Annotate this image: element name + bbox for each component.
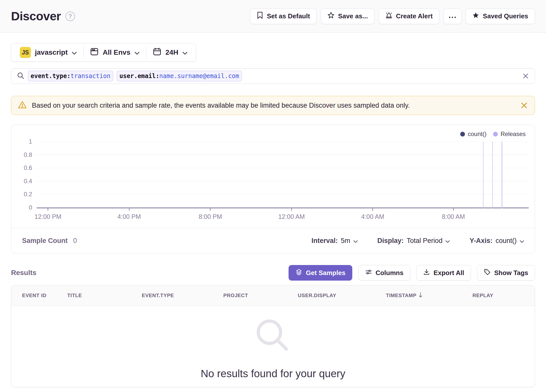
column-header-title[interactable]: TITLE xyxy=(67,293,142,298)
interval-dropdown[interactable]: Interval: 5m xyxy=(311,237,358,245)
column-header-event-type[interactable]: EVENT.TYPE xyxy=(142,293,223,298)
results-header-row: Results Get Samples Columns Export All S… xyxy=(11,265,535,281)
chart-legend: count() Releases xyxy=(460,130,526,138)
tag-icon xyxy=(484,269,491,277)
x-axis-tick xyxy=(48,208,48,211)
calendar-icon xyxy=(153,47,161,58)
yaxis-dropdown[interactable]: Y-Axis: count() xyxy=(469,237,524,245)
x-axis-tick-label: 4:00 AM xyxy=(361,213,384,220)
star-outline-icon xyxy=(327,12,334,21)
search-input[interactable]: event.type:transaction user.email:name.s… xyxy=(11,68,535,84)
release-marker-line xyxy=(502,142,502,208)
siren-icon xyxy=(385,12,392,21)
save-as-button[interactable]: Save as... xyxy=(321,9,375,24)
columns-button[interactable]: Columns xyxy=(358,265,410,281)
chart-gridline xyxy=(37,194,529,195)
environment-filter-dropdown[interactable]: All Envs xyxy=(84,47,146,58)
y-axis-tick-label: 0.2 xyxy=(24,191,32,197)
chart-plot: 00.20.40.60.8112:00 PM4:00 PM8:00 PM12:0… xyxy=(37,142,529,208)
x-axis-tick-label: 12:00 AM xyxy=(278,213,305,220)
results-table: EVENT ID TITLE EVENT.TYPE PROJECT USER.D… xyxy=(11,285,535,387)
x-axis-tick-label: 8:00 PM xyxy=(199,213,222,220)
y-axis-tick-label: 1 xyxy=(29,139,32,145)
sample-count-label: Sample Count xyxy=(22,237,68,245)
chevron-down-icon xyxy=(353,237,358,245)
column-header-project[interactable]: PROJECT xyxy=(223,293,298,298)
window-icon xyxy=(90,47,99,58)
legend-item-count[interactable]: count() xyxy=(460,130,487,138)
search-token-user-email[interactable]: user.email:name.surname@email.com xyxy=(117,71,242,81)
page-filter-bar: JS javascript All Envs 24H xyxy=(11,43,196,62)
chart-gridline xyxy=(37,141,529,142)
y-axis-tick-label: 0 xyxy=(29,205,32,211)
x-axis-tick-label: 4:00 PM xyxy=(117,213,141,220)
empty-results-message: No results found for your query xyxy=(201,368,346,380)
sliders-icon xyxy=(365,269,372,277)
js-platform-badge: JS xyxy=(20,47,31,58)
empty-results-state: No results found for your query xyxy=(11,306,535,387)
stack-icon xyxy=(295,269,302,277)
chevron-down-icon xyxy=(445,237,450,245)
y-axis-tick-label: 0.4 xyxy=(24,178,32,184)
x-axis-tick xyxy=(372,208,373,211)
column-header-replay[interactable]: REPLAY xyxy=(472,293,535,298)
star-filled-icon xyxy=(472,12,479,21)
legend-count-dot xyxy=(460,132,465,137)
ellipsis-icon xyxy=(449,12,456,20)
column-header-event-id[interactable]: EVENT ID xyxy=(22,293,67,298)
results-table-header: EVENT ID TITLE EVENT.TYPE PROJECT USER.D… xyxy=(11,285,535,306)
x-axis-tick xyxy=(291,208,292,211)
events-chart-panel: count() Releases 00.20.40.60.8112:00 PM4… xyxy=(11,125,535,253)
search-icon xyxy=(17,72,24,80)
x-axis-tick xyxy=(129,208,129,211)
header-actions: Set as Default Save as... Create Alert S… xyxy=(250,9,535,24)
set-as-default-button[interactable]: Set as Default xyxy=(250,9,317,24)
chart-gridline xyxy=(37,181,529,181)
chevron-down-icon xyxy=(182,48,187,56)
chevron-down-icon xyxy=(134,48,140,56)
y-axis-tick-label: 0.8 xyxy=(24,152,32,158)
sampled-data-warning-banner: Based on your search criteria and sample… xyxy=(11,96,535,115)
warning-message: Based on your search criteria and sample… xyxy=(32,102,410,109)
y-axis-tick-label: 0.6 xyxy=(24,165,32,171)
search-token-event-type[interactable]: event.type:transaction xyxy=(28,71,113,81)
bookmark-icon xyxy=(257,12,263,21)
chevron-down-icon xyxy=(520,237,524,245)
results-heading: Results xyxy=(11,269,36,277)
sort-descending-icon xyxy=(419,292,423,299)
x-axis-tick-label: 12:00 PM xyxy=(35,213,61,220)
x-axis-tick-label: 8:00 AM xyxy=(442,213,465,220)
x-axis-tick xyxy=(210,208,211,211)
warning-triangle-icon xyxy=(18,100,27,110)
chevron-down-icon xyxy=(72,48,77,56)
column-header-user-display[interactable]: USER.DISPLAY xyxy=(298,293,386,298)
sample-count-value: 0 xyxy=(73,237,77,245)
time-range-dropdown[interactable]: 24H xyxy=(146,47,194,58)
chart-gridline xyxy=(37,168,529,168)
page-title: Discover xyxy=(11,9,61,23)
chart-gridline xyxy=(37,155,529,155)
x-axis-tick xyxy=(453,208,454,211)
saved-queries-button[interactable]: Saved Queries xyxy=(465,9,535,24)
legend-releases-dot xyxy=(493,132,498,137)
display-dropdown[interactable]: Display: Total Period xyxy=(377,237,450,245)
dismiss-warning-icon[interactable] xyxy=(520,101,528,109)
export-all-button[interactable]: Export All xyxy=(416,265,471,281)
legend-item-releases[interactable]: Releases xyxy=(493,130,526,138)
chart-footer: Sample Count 0 Interval: 5m Display: Tot… xyxy=(11,228,535,253)
top-bar: Discover ? Set as Default Save as... Cre… xyxy=(0,0,546,33)
show-tags-button[interactable]: Show Tags xyxy=(477,265,535,281)
more-options-button[interactable] xyxy=(443,9,461,24)
help-icon[interactable]: ? xyxy=(65,12,75,21)
download-icon xyxy=(423,269,430,277)
release-marker-line xyxy=(483,142,484,208)
get-samples-button[interactable]: Get Samples xyxy=(289,265,352,281)
create-alert-button[interactable]: Create Alert xyxy=(379,9,439,24)
column-header-timestamp[interactable]: TIMESTAMP xyxy=(386,292,472,299)
magnifier-icon xyxy=(251,313,295,359)
clear-search-icon[interactable] xyxy=(522,73,529,80)
project-filter-dropdown[interactable]: JS javascript xyxy=(13,47,83,58)
release-marker-line xyxy=(492,142,493,208)
